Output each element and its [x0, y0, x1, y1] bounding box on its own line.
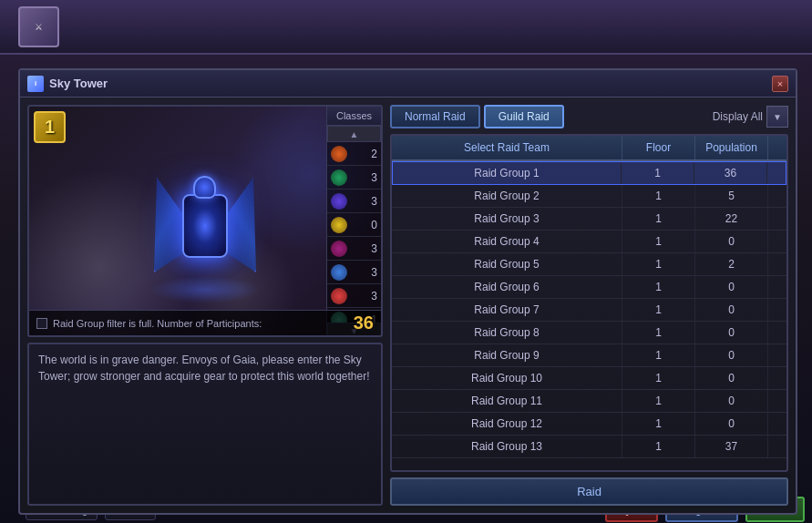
row-name: Raid Group 8 [392, 322, 622, 344]
class-count: 3 [371, 290, 377, 303]
row-arrow [768, 322, 786, 344]
row-floor: 1 [622, 322, 695, 344]
char-body [169, 176, 242, 303]
row-floor: 1 [622, 208, 695, 230]
class-row: 3 [327, 261, 381, 284]
char-head [193, 176, 216, 199]
col-team: Select Raid Team [392, 136, 622, 159]
guild-raid-button[interactable]: Guild Raid [484, 105, 564, 128]
row-population: 0 [695, 367, 768, 389]
table-header: Select Raid Team Floor Population [392, 136, 786, 161]
row-arrow [768, 344, 786, 366]
row-population: 0 [695, 413, 768, 435]
window-header: i Sky Tower × [20, 70, 796, 97]
row-population: 5 [695, 185, 768, 207]
row-name: Raid Group 9 [392, 344, 622, 366]
display-dropdown-arrow[interactable]: ▼ [766, 106, 788, 128]
row-population: 22 [695, 208, 768, 230]
description-area: The world is in grave danger. Envoys of … [27, 343, 383, 506]
bottom-section: Raid [390, 477, 788, 506]
preview-footer: Raid Group filter is full. Number of Par… [29, 310, 381, 335]
row-floor: 1 [622, 162, 694, 184]
character-silhouette [114, 121, 296, 322]
row-population: 0 [695, 231, 768, 252]
left-panel: 1 Classes [27, 105, 383, 506]
preview-area: 1 Classes [27, 105, 383, 337]
row-arrow [768, 231, 786, 252]
classes-scroll-up[interactable]: ▲ [327, 126, 381, 142]
col-scroll [768, 136, 786, 159]
row-name: Raid Group 1 [393, 162, 622, 184]
row-floor: 1 [622, 231, 695, 252]
row-population: 37 [695, 436, 768, 457]
class-row: 3 [327, 237, 381, 261]
top-icon: ⚔ [18, 6, 59, 47]
class-count: 3 [371, 195, 377, 208]
class-count: 0 [371, 219, 377, 231]
class-row: 3 [327, 166, 381, 190]
footer-checkbox[interactable] [36, 318, 47, 329]
row-name: Raid Group 2 [392, 185, 622, 207]
raid-table-container: Select Raid Team Floor Population Raid G… [390, 134, 788, 472]
class-count: 3 [371, 171, 377, 184]
close-button[interactable]: × [772, 76, 788, 92]
row-population: 2 [695, 253, 768, 275]
table-row[interactable]: Raid Group 5 1 2 [392, 253, 786, 276]
table-row[interactable]: Raid Group 1 1 36 [392, 161, 786, 185]
class-count: 3 [371, 242, 377, 255]
row-arrow [768, 208, 786, 230]
table-row[interactable]: Raid Group 12 1 0 [392, 413, 786, 436]
table-row[interactable]: Raid Group 11 1 0 [392, 390, 786, 413]
row-arrow [768, 436, 786, 457]
row-arrow [767, 162, 786, 184]
row-floor: 1 [622, 413, 695, 435]
table-row[interactable]: Raid Group 8 1 0 [392, 322, 786, 344]
display-all-area: Display All ▼ [713, 106, 788, 128]
row-population: 0 [695, 322, 768, 344]
window-body: 1 Classes [20, 97, 796, 513]
table-row[interactable]: Raid Group 13 1 37 [392, 436, 786, 458]
row-population: 0 [695, 390, 768, 412]
col-floor: Floor [622, 136, 695, 159]
raid-type-row: Normal Raid Guild Raid Display All ▼ [390, 105, 788, 128]
col-population: Population [695, 136, 768, 159]
row-name: Raid Group 7 [392, 299, 622, 321]
table-row[interactable]: Raid Group 2 1 5 [392, 185, 786, 208]
row-name: Raid Group 13 [392, 436, 622, 457]
row-arrow [768, 367, 786, 389]
table-row[interactable]: Raid Group 3 1 22 [392, 208, 786, 231]
row-floor: 1 [622, 344, 695, 366]
row-arrow [768, 299, 786, 321]
class-row: 3 [327, 190, 381, 213]
table-row[interactable]: Raid Group 7 1 0 [392, 299, 786, 322]
top-banner: ⚔ [0, 0, 812, 55]
table-scroll[interactable]: Raid Group 1 1 36 Raid Group 2 1 5 Raid … [392, 161, 786, 465]
table-row[interactable]: Raid Group 4 1 0 [392, 231, 786, 253]
main-window: i Sky Tower × 1 [18, 68, 797, 515]
row-floor: 1 [622, 185, 695, 207]
class-count: 3 [371, 266, 377, 279]
row-floor: 1 [622, 276, 695, 298]
table-row[interactable]: Raid Group 9 1 0 [392, 344, 786, 367]
class-row: 0 [327, 213, 381, 237]
row-name: Raid Group 6 [392, 276, 622, 298]
table-row[interactable]: Raid Group 10 1 0 [392, 367, 786, 390]
row-name: Raid Group 10 [392, 367, 622, 389]
row-arrow [768, 413, 786, 435]
row-population: 0 [695, 299, 768, 321]
class-count: 2 [371, 148, 377, 160]
row-population: 0 [695, 344, 768, 366]
table-row[interactable]: Raid Group 6 1 0 [392, 276, 786, 299]
class-row: 3 [327, 284, 381, 308]
raid-button[interactable]: Raid [390, 477, 788, 506]
row-name: Raid Group 4 [392, 231, 622, 252]
normal-raid-button[interactable]: Normal Raid [390, 105, 480, 128]
char-glow [150, 276, 260, 303]
window-title-area: i Sky Tower [27, 76, 108, 92]
row-floor: 1 [622, 436, 695, 457]
floor-number: 1 [34, 111, 66, 143]
classes-panel: Classes ▲ 2 3 3 [326, 107, 381, 337]
window-title: Sky Tower [49, 77, 108, 90]
row-population: 0 [695, 276, 768, 298]
mage-icon [331, 193, 347, 210]
